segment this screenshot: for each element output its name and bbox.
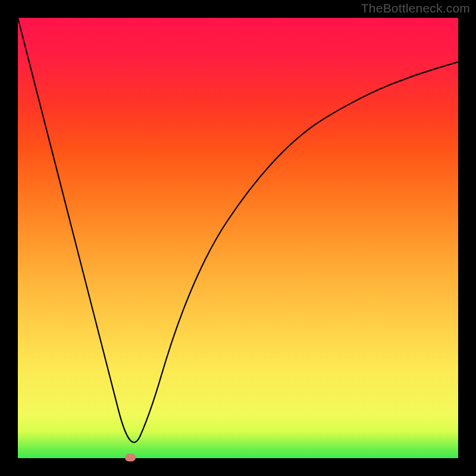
minimum-marker xyxy=(125,453,136,461)
curve-svg xyxy=(18,18,458,458)
chart-frame: TheBottleneck.com xyxy=(0,0,476,476)
bottleneck-curve xyxy=(18,18,458,443)
plot-area xyxy=(18,18,458,458)
watermark-label: TheBottleneck.com xyxy=(361,1,470,15)
